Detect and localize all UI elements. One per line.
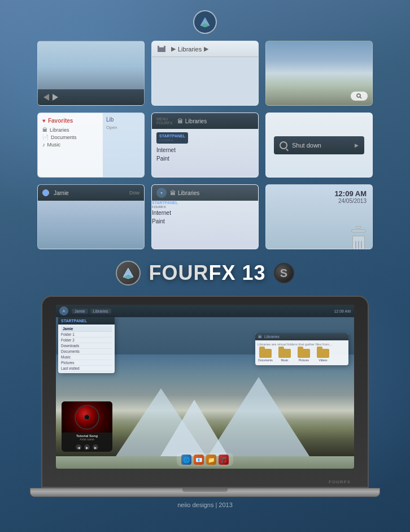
menu-body: STARTPANEL FOURFX Internet Paint [152,129,258,166]
laptop-start-panel: STARTPANEL Jamie Folder 1 Folder 2 Downl… [58,317,115,373]
dock-icon-music[interactable]: 🎵 [219,455,229,465]
dock-icon-files[interactable]: 📁 [206,455,216,465]
folder-icon-docs [259,349,272,358]
user-avatar [42,189,49,196]
folder-music[interactable]: Music [277,349,293,362]
laptop-screen-outer: Jamie Libraries 12:09 AM STARTPANEL Jami… [41,296,369,488]
file-window-body: Libraries are virtual folders that gathe… [255,340,348,365]
sp-row-downloads[interactable]: Downloads [61,343,112,349]
mountain-shape-center [160,400,228,456]
library-icon [158,45,165,53]
start-panel-body: Jamie Folder 1 Folder 2 Downloads Docume… [58,325,115,373]
folder-label-docs: Documents [258,358,272,362]
sp-row-music[interactable]: Music [61,354,112,360]
laptop-file-window: 🏛 Libraries Libraries are virtual folder… [255,333,348,365]
dock-icon-browser[interactable]: 🌐 [181,455,191,465]
preview-cell-clock: 12:09 AM 24/05/2013 [265,184,373,249]
trash-line-2 [358,241,359,249]
folder-icon-music [278,349,291,358]
folder-videos[interactable]: Videos [315,349,331,362]
start-panel-label-2: STARTPANEL [152,201,258,205]
brand-logo-circle [116,261,141,286]
player-play-btn[interactable]: ▶ [84,444,90,450]
dock-icon-email[interactable]: 📧 [194,455,204,465]
laptop-logo-small [59,306,68,315]
lib-icon-2: 🏛 [170,190,176,196]
brand-name: FOURFX 13 [149,261,265,285]
file-explorer-topbar: ▶ Libraries ▶ [152,41,258,57]
sp-row-lastvisited[interactable]: Last visited [61,366,112,371]
svg-point-0 [357,94,360,97]
brand-s-badge: S [274,263,294,283]
start-panel-2: STARTPANEL FOURFX [152,201,258,209]
laptop-screen: Jamie Libraries 12:09 AM STARTPANEL Jami… [56,305,354,469]
page-wrapper: ▶ Libraries ▶ ♥ Favorites � [0,0,410,532]
laptop-taskbar: Jamie Libraries 12:09 AM [56,305,354,317]
lib-icon-fw: 🏛 [258,335,262,339]
start-panel-label: STARTPANEL [159,134,185,139]
trash-icon [351,226,367,244]
preview-cell-sidebar: ♥ Favorites 🏛 Libraries 📄 Documents ♪ Mu… [37,113,145,178]
folder-documents[interactable]: Documents [258,349,273,362]
user-name: Jamie [54,190,125,196]
down-arrow-icon: ▾ [156,188,167,198]
fw-description: Libraries are virtual folders that gathe… [258,343,346,346]
menu-item-internet[interactable]: Internet [156,146,254,154]
clock-time: 12:09 AM [334,189,367,198]
lib-icon-menu: 🏛 [177,118,183,124]
shutdown-arrow: ▶ [355,142,359,148]
menu-item-paint-2[interactable]: Paint [152,217,258,226]
shutdown-text[interactable]: Shut down [292,142,350,149]
sidebar-item-music[interactable]: ♪ Music [42,142,98,148]
menu-header: MENU FOURFX 🏛 Libraries [152,113,258,129]
brand-name-fx: FX [208,261,235,284]
sp-row-pictures[interactable]: Pictures [61,360,112,366]
trash-lid [351,230,366,232]
preview-cell-user: Jamie Dow [37,184,145,249]
preview-cell-start-menu-2: ▾ 🏛 Libraries STARTPANEL FOURFX Internet… [151,184,259,249]
menu-label: MENU FOURFX [156,117,173,125]
player-controls: ◀ ▶ ▶ [62,443,112,452]
folder-icon-videos [317,349,329,358]
laptop-section: Jamie Libraries 12:09 AM STARTPANEL Jami… [41,296,369,497]
preview-cell-start-menu: MENU FOURFX 🏛 Libraries STARTPANEL FOURF… [151,113,259,178]
taskbar-clock: 12:09 AM [334,309,351,313]
footer: neiio designs | 2013 [177,501,233,508]
document-icon: 📄 [42,135,49,140]
sp-row-jamie[interactable]: Jamie [61,326,112,332]
taskbar-items: Jamie Libraries [72,309,111,314]
folder-pictures[interactable]: Pictures [296,349,312,362]
start-panel-sub: FOURFX [159,139,185,142]
play-button[interactable] [53,94,58,101]
sp-row-folder1[interactable]: Folder 1 [61,332,112,338]
taskbar-item-jamie[interactable]: Jamie [72,309,88,314]
sidebar-item-libraries[interactable]: 🏛 Libraries [42,127,98,133]
brand-name-num: 13 [235,261,265,284]
back-button[interactable] [43,94,49,101]
open-label: Open [106,125,141,130]
player-prev-btn[interactable]: ◀ [76,444,81,450]
menu-item-paint[interactable]: Paint [156,154,254,163]
trash-lines [355,241,362,249]
menu-item-internet-2[interactable]: Internet [152,209,258,217]
search-icon-shutdown [280,141,287,149]
folder-label-pics: Pictures [299,358,309,362]
brand-s-letter: S [280,267,287,280]
laptop-music-player: Tutorial Song Artist name ◀ ▶ ▶ [62,401,112,452]
player-album-art [62,401,112,432]
menu-header-2: ▾ 🏛 Libraries [152,185,258,201]
file-window-icons: Documents Music Pictures [258,348,346,363]
sp-row-folder2[interactable]: Folder 2 [61,338,112,343]
laptop-base-notch [182,488,228,492]
screenshots-grid: ▶ Libraries ▶ ♥ Favorites � [37,41,373,249]
sp-row-documents[interactable]: Documents [61,349,112,354]
start-panel: STARTPANEL FOURFX [156,132,188,144]
taskbar-item-libraries[interactable]: Libraries [90,309,111,314]
music-icon: ♪ [42,142,45,148]
preview-cell-file-explorer: ▶ Libraries ▶ [151,41,259,106]
library-header-cell-2: 🏛 Libraries [170,190,199,196]
preview-cell-landscape [265,41,373,106]
sidebar-item-documents[interactable]: 📄 Documents [42,135,98,140]
player-next-btn[interactable]: ▶ [93,444,98,450]
trash-line-1 [355,241,356,249]
